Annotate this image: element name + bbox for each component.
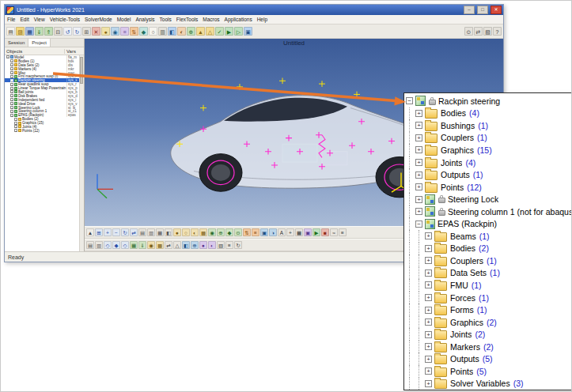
tree-expander-icon[interactable]: + [425,257,432,264]
plot-icon[interactable]: ▣ [244,27,252,36]
tree-expander-icon[interactable]: + [14,129,17,132]
tree-expander-icon[interactable]: + [10,79,13,82]
maximize-button[interactable]: □ [477,6,488,14]
snap-icon[interactable]: ⊙ [464,27,473,36]
menu-help[interactable]: Help [257,17,267,22]
vars-column-header[interactable]: Vars [64,49,84,54]
print-icon[interactable]: ⊟ [54,27,63,36]
tree-expander-icon[interactable]: + [10,87,13,90]
overlay-tree-row[interactable]: +Bodies(4) [404,107,571,120]
overlay-tree-row[interactable]: +Steering column 1 (not for abaqus) [404,205,571,218]
tree-expander-icon[interactable]: + [425,331,432,338]
animation-stop-icon[interactable]: ■ [321,228,329,236]
tree-expander-icon[interactable]: + [10,94,13,97]
ground-toggle-icon[interactable]: ▦ [130,241,138,249]
springs-tool-icon[interactable]: ≡ [120,27,129,36]
tree-expander-icon[interactable]: + [415,172,422,179]
copy-icon[interactable]: ⊞ [82,27,91,36]
overlay-tree-row[interactable]: +Points(12) [404,181,571,194]
help-icon[interactable]: ? [493,27,502,36]
tree-expander-icon[interactable]: + [10,102,13,105]
systems-tool-icon[interactable]: ⊕ [187,27,195,36]
pan-view-icon[interactable]: ⇄ [130,228,138,236]
overlay-tree-row[interactable]: +FMU(1) [404,279,571,292]
overlay-tree-row[interactable]: +Bodies(2) [404,243,571,255]
tree-expander-icon[interactable]: + [10,110,13,113]
browser-tab-session[interactable]: Session [5,39,28,47]
project-browser-toggle-icon[interactable]: ▥ [95,241,103,249]
gravity-toggle-icon[interactable]: ⇓ [138,241,146,249]
transparency-icon[interactable]: ◐ [191,228,199,236]
tree-expander-icon[interactable]: + [10,63,13,66]
notes-icon[interactable]: ▧ [483,27,492,36]
menu-applications[interactable]: Applications [225,17,252,22]
tree-expander-icon[interactable]: + [425,318,432,326]
tree-expander-icon[interactable]: + [415,208,422,215]
tree-expander-icon[interactable]: − [406,97,413,104]
browser-tab-project[interactable]: Project [28,39,51,47]
overlay-tree-row[interactable]: +Markers(2) [404,341,571,353]
overlay-tree-row[interactable]: +Graphics(15) [404,144,571,156]
task-wizard-icon[interactable]: △ [206,27,214,36]
overlay-tree-row[interactable]: +Joints(4) [404,156,571,169]
tree-expander-icon[interactable]: + [415,183,422,190]
overlay-tree-row[interactable]: +Beams(1) [404,230,571,243]
delete-icon[interactable]: ✕ [92,27,100,36]
side-view-icon[interactable]: ▦ [156,228,164,236]
objects-column-header[interactable]: Objects [6,49,64,54]
tree-expander-icon[interactable]: + [10,59,13,62]
tree-expander-icon[interactable]: − [415,220,422,228]
new-session-icon[interactable]: ▤ [6,27,15,36]
overlay-tree-row[interactable]: +Bushings(1) [404,119,571,132]
tree-expander-icon[interactable]: + [425,270,432,277]
entity-bodies-icon[interactable]: ◉ [208,228,216,236]
run-solver-icon[interactable]: ▶ [225,27,233,36]
overlay-tree-row[interactable]: +Couplers(1) [404,254,571,267]
tree-expander-icon[interactable]: + [425,380,432,387]
entity-springs-icon[interactable]: ≡ [252,228,259,236]
tree-expander-icon[interactable]: + [10,114,13,117]
menu-model[interactable]: Model [117,17,131,22]
measure-distance-icon[interactable]: ⇄ [165,241,172,249]
menu-flextools[interactable]: FlexTools [176,17,198,22]
fit-view-icon[interactable]: ⊞ [95,228,103,236]
overlay-tree-row[interactable]: +Forces(1) [404,292,571,304]
tree-expander-icon[interactable]: + [10,90,13,93]
menu-solvermode[interactable]: SolverMode [85,17,112,22]
tree-expander-icon[interactable]: + [10,98,13,101]
tree-expander-icon[interactable]: + [415,134,422,141]
tree-expander-icon[interactable]: + [10,75,13,78]
menu-file[interactable]: File [7,17,15,22]
overlay-tree-row[interactable]: +Points(5) [404,365,571,378]
points-tool-icon[interactable]: ○ [149,27,157,36]
contact-toggle-icon[interactable]: ◉ [147,241,155,249]
tree-expander-icon[interactable]: + [415,159,422,166]
tree-expander-icon[interactable]: + [425,281,432,288]
tree-expander-icon[interactable]: + [14,125,17,128]
entity-forces-icon[interactable]: ⇅ [243,228,251,236]
tree-expander-icon[interactable]: + [425,307,432,314]
zoom-out-icon[interactable]: − [112,228,120,236]
import-icon[interactable]: ⇓ [35,27,44,36]
forces-tool-icon[interactable]: ⇅ [130,27,138,36]
joints-tool-icon[interactable]: ◉ [111,27,119,36]
menu-view[interactable]: View [34,17,45,22]
menu-vehicle-tools[interactable]: Vehicle-Tools [50,17,80,22]
measure-angle-icon[interactable]: △ [173,241,181,249]
tree-expander-icon[interactable]: − [6,55,9,58]
xz-plane-icon[interactable]: ◆ [112,241,120,249]
labels-toggle-icon[interactable]: A [278,228,286,236]
notes-display-icon[interactable]: ▧ [217,241,225,249]
menu-tools[interactable]: Tools [160,17,172,22]
explode-view-icon[interactable]: ⊕ [191,241,199,249]
cg-display-icon[interactable]: ◐ [208,241,216,249]
front-view-icon[interactable]: ▤ [138,228,146,236]
grid-toggle-icon[interactable]: ▦ [295,228,303,236]
overlay-tree-row[interactable]: +Forms(1) [404,303,571,316]
entity-points-icon[interactable]: ⊙ [234,228,242,236]
animation-play-icon[interactable]: ▶ [313,228,320,236]
bodies-tool-icon[interactable]: ● [101,27,110,36]
axes-toggle-icon[interactable]: + [286,228,294,236]
export-icon[interactable]: ⇑ [44,27,53,36]
entity-joints-icon[interactable]: ⊕ [217,228,225,236]
